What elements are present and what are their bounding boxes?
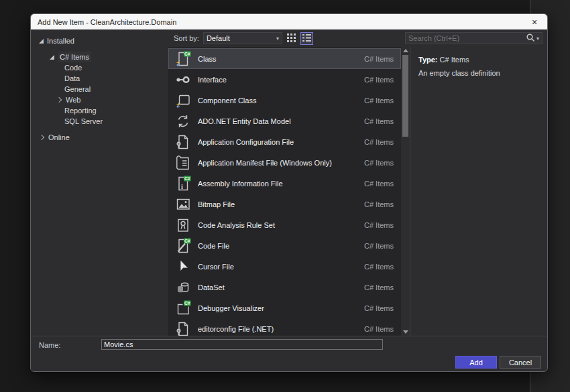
search-input[interactable] — [406, 34, 526, 42]
search-box[interactable]: ▾ — [405, 32, 543, 44]
grid-view-button[interactable] — [285, 32, 298, 45]
tree-item-label: Installed — [47, 36, 74, 46]
tree-item-web[interactable]: Web — [31, 94, 168, 105]
list-item-group: C# Items — [364, 221, 400, 229]
list-item-editorconfig-file-net-[interactable]: editorconfig File (.NET)C# Items — [168, 318, 401, 336]
list-item-group: C# Items — [364, 200, 400, 208]
tree-item-c-items[interactable]: C# Items — [31, 52, 168, 62]
list-item-label: Application Manifest File (Windows Only) — [198, 159, 364, 167]
tree-item-label: Reporting — [64, 105, 97, 116]
list-item-interface[interactable]: InterfaceC# Items — [168, 69, 401, 90]
list-item-group: C# Items — [364, 304, 400, 312]
list-item-code-analysis-rule-set[interactable]: Code Analysis Rule SetC# Items — [168, 214, 401, 235]
item-type-line: Type: C# Items — [418, 56, 539, 64]
list-item-label: Cursor File — [198, 263, 364, 271]
cursor-icon — [174, 258, 192, 275]
class-icon: C# — [174, 50, 192, 68]
list-item-dataset[interactable]: DataSetC# Items — [168, 277, 401, 298]
list-item-group: C# Items — [364, 96, 400, 105]
list-item-ado-net-entity-data-model[interactable]: ADO.NET Entity Data ModelC# Items — [168, 111, 401, 131]
svg-text:C#: C# — [184, 301, 190, 306]
collapsed-icon[interactable] — [39, 135, 44, 140]
dialog-titlebar[interactable]: Add New Item - CleanArchitecture.Domain … — [31, 14, 547, 29]
list-item-label: Debugger Visualizer — [198, 304, 364, 312]
debugger-visualizer-icon: C# — [174, 300, 192, 317]
name-label: Name: — [39, 341, 60, 349]
tree-item-code[interactable]: Code — [31, 62, 168, 73]
list-item-label: Bitmap File — [198, 200, 364, 208]
tree-item-installed[interactable]: Installed — [31, 36, 168, 46]
list-item-label: Code Analysis Rule Set — [198, 221, 364, 229]
item-details-panel: Type: C# Items An empty class definition — [410, 47, 547, 336]
add-new-item-dialog: Add New Item - CleanArchitecture.Domain … — [30, 13, 548, 372]
search-scope-caret-icon[interactable]: ▾ — [536, 36, 539, 42]
tree-item-sql-server[interactable]: SQL Server — [31, 116, 168, 127]
list-item-label: Class — [198, 55, 364, 63]
name-input[interactable] — [101, 339, 383, 350]
editorconfig-icon — [174, 320, 192, 336]
list-item-group: C# Items — [364, 263, 400, 271]
scroll-down-icon[interactable] — [401, 328, 410, 336]
sort-dropdown-value: Default — [207, 34, 276, 42]
list-item-label: Interface — [198, 76, 364, 84]
list-item-debugger-visualizer[interactable]: C#Debugger VisualizerC# Items — [168, 298, 401, 318]
category-tree: InstalledC# ItemsCodeDataGeneralWebRepor… — [31, 29, 168, 336]
list-item-application-manifest-file-windows-only-[interactable]: Application Manifest File (Windows Only)… — [168, 152, 401, 173]
list-item-bitmap-file[interactable]: Bitmap FileC# Items — [168, 194, 401, 214]
list-item-component-class[interactable]: Component ClassC# Items — [168, 90, 401, 111]
list-toolbar: Sort by: Default ▾ ▾ — [168, 29, 547, 47]
list-item-group: C# Items — [364, 138, 400, 146]
list-item-group: C# Items — [364, 283, 400, 291]
search-icon[interactable] — [526, 33, 535, 44]
list-item-group: C# Items — [364, 180, 400, 188]
list-item-application-configuration-file[interactable]: Application Configuration FileC# Items — [168, 131, 401, 152]
tree-item-label: SQL Server — [64, 116, 103, 127]
list-item-code-file[interactable]: C#Code FileC# Items — [168, 235, 401, 256]
tree-item-label: Web — [66, 94, 80, 105]
list-item-group: C# Items — [364, 242, 400, 250]
list-item-cursor-file[interactable]: Cursor FileC# Items — [168, 256, 401, 277]
scrollbar-thumb[interactable] — [402, 55, 408, 137]
dialog-footer: Name: Add Cancel — [31, 336, 547, 371]
scroll-up-icon[interactable] — [401, 47, 410, 54]
view-mode-buttons — [282, 32, 313, 45]
svg-text:C#: C# — [184, 176, 190, 181]
list-view-icon — [302, 34, 311, 44]
collapsed-icon[interactable] — [56, 97, 62, 103]
expanded-icon[interactable] — [50, 55, 54, 60]
assembly-info-icon: C#i — [174, 175, 192, 192]
code-analysis-icon — [174, 216, 192, 234]
list-item-label: Component Class — [198, 96, 364, 105]
sort-by-label: Sort by: — [174, 34, 199, 42]
list-item-group: C# Items — [364, 117, 400, 125]
list-item-label: editorconfig File (.NET) — [198, 325, 364, 333]
dataset-icon — [174, 279, 192, 296]
chevron-down-icon: ▾ — [276, 36, 279, 42]
interface-icon — [174, 71, 192, 88]
svg-text:C#: C# — [184, 239, 190, 243]
list-item-class[interactable]: C#ClassC# Items — [168, 48, 401, 69]
svg-text:i: i — [181, 182, 183, 190]
tree-item-general[interactable]: General — [31, 84, 168, 94]
list-item-group: C# Items — [364, 325, 400, 333]
list-scrollbar[interactable] — [401, 47, 410, 336]
tree-item-online[interactable]: Online — [31, 132, 168, 143]
list-view-button[interactable] — [300, 32, 313, 45]
type-value: C# Items — [440, 56, 469, 64]
tree-item-reporting[interactable]: Reporting — [31, 105, 168, 116]
list-item-label: Assembly Information File — [198, 180, 364, 188]
cancel-button[interactable]: Cancel — [500, 356, 541, 369]
sort-dropdown[interactable]: Default ▾ — [203, 32, 282, 44]
list-item-group: C# Items — [364, 159, 400, 167]
list-item-assembly-information-file[interactable]: C#iAssembly Information FileC# Items — [168, 173, 401, 194]
list-item-label: ADO.NET Entity Data Model — [198, 117, 364, 125]
add-button[interactable]: Add — [455, 356, 497, 369]
dialog-title: Add New Item - CleanArchitecture.Domain — [38, 18, 528, 26]
svg-text:C#: C# — [184, 52, 190, 56]
code-file-icon: C# — [174, 237, 192, 255]
close-icon[interactable]: × — [528, 17, 540, 27]
grid-view-icon — [287, 34, 296, 44]
tree-item-data[interactable]: Data — [31, 73, 168, 84]
expanded-icon[interactable] — [39, 39, 44, 44]
ado-net-entity-icon — [174, 113, 192, 130]
